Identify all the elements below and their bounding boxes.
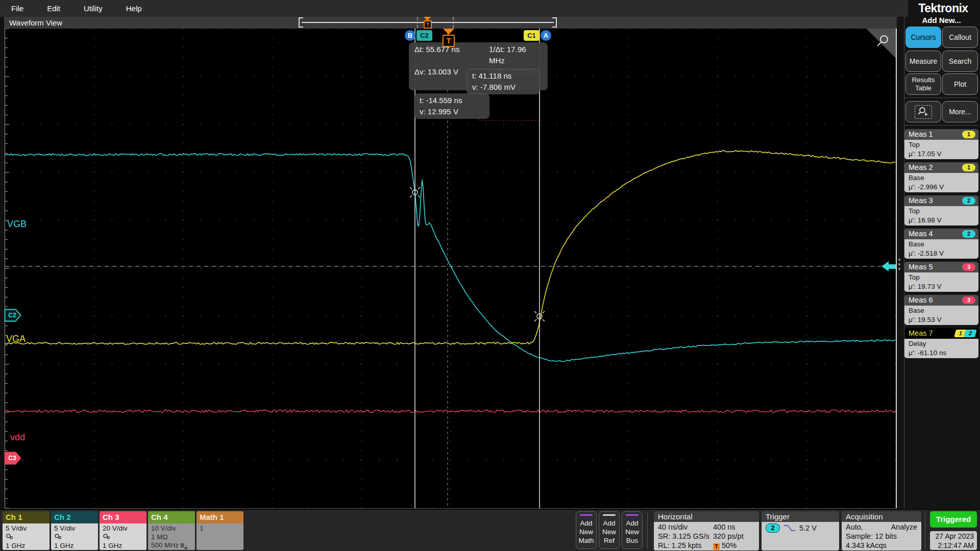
acquisition-title: Acquisition	[842, 511, 921, 522]
label-vga: VGA	[6, 334, 26, 344]
tektronix-logo: Tektronix	[910, 2, 977, 15]
probe-icon	[103, 533, 146, 542]
meas-6-card[interactable]: Meas 6 3 Baseμ': 19.53 V	[904, 295, 978, 325]
add-new-ref-button[interactable]: AddNewRef	[599, 511, 620, 549]
inv-delta-t: 1/Δt: 17.96 MHz	[489, 44, 542, 66]
channel-1-name: Ch 1	[3, 511, 50, 523]
meas-3-source-badge: 2	[962, 197, 975, 205]
channel-3-badge[interactable]: Ch 3 20 V/div 1 GHz	[100, 511, 146, 550]
results-table-button[interactable]: Results Table	[905, 73, 941, 95]
ruler-cursor-b-mark	[417, 17, 418, 28]
label-vdd: vdd	[10, 432, 25, 443]
menu-utility[interactable]: Utility	[84, 0, 103, 17]
trigger-position-handle-icon[interactable]: T	[424, 20, 432, 29]
meas-7-card[interactable]: Meas 7 1 2 Delayμ': -61.10 ns	[904, 328, 978, 358]
trigger-marker-arrow	[443, 29, 454, 35]
trigger-marker-icon: T	[443, 35, 455, 47]
callout-button[interactable]: Callout	[942, 27, 978, 48]
ruler-cursor-a-mark	[453, 17, 454, 28]
cursor-a-source-badge[interactable]: C1	[524, 30, 540, 41]
measure-button[interactable]: Measure	[905, 51, 941, 72]
menu-edit[interactable]: Edit	[47, 0, 60, 17]
sidebar-divider-1	[904, 97, 978, 98]
cursors-button[interactable]: Cursors	[905, 27, 941, 48]
horizontal-title: Horizontal	[654, 511, 759, 522]
plot-button[interactable]: Plot	[942, 73, 978, 95]
more-button[interactable]: More...	[942, 101, 978, 122]
meas-5-card[interactable]: Meas 5 3 Topμ': 19.73 V	[904, 262, 978, 292]
cursor-a-readout: t: 41.118 ns v: -7.806 mV	[467, 69, 540, 94]
meas-2-source-badge: 1	[962, 164, 975, 171]
label-vgb: VGB	[7, 219, 27, 230]
meas-1-body: Topμ': 17.05 V	[904, 140, 978, 159]
trigger-panel[interactable]: Trigger 2 5.2 V	[762, 511, 839, 550]
channel-2-name: Ch 2	[51, 511, 98, 523]
meas-1-header: Meas 1 1	[904, 129, 978, 140]
falling-edge-icon	[783, 524, 796, 532]
c2-marker-label: C2	[6, 309, 18, 321]
bandwidth-limit-icon: BW	[181, 541, 188, 549]
meas-4-header: Meas 4 2	[904, 229, 978, 239]
channel-1-badge[interactable]: Ch 1 5 V/div 1 GHz	[3, 511, 50, 550]
menu-bar: File Edit Utility Help	[0, 0, 908, 17]
meas-4-source-badge: 2	[962, 230, 975, 238]
horizontal-panel[interactable]: Horizontal 40 ns/div400 ns SR: 3.125 GS/…	[654, 511, 759, 550]
cursor-b-badge[interactable]: B	[405, 30, 415, 41]
cursor-a-time: t: 41.118 ns	[472, 70, 534, 82]
splitter-grip[interactable]	[898, 256, 900, 272]
bottom-separator-1	[647, 513, 648, 548]
channel-3-name: Ch 3	[100, 511, 146, 523]
meas-3-body: Topμ': 16.98 V	[904, 206, 978, 226]
meas-4-card[interactable]: Meas 4 2 Baseμ': -2.518 V	[904, 229, 978, 259]
menu-help[interactable]: Help	[126, 0, 142, 17]
meas-7-source-badges: 1 2	[955, 330, 976, 337]
cursor-b-source-badge[interactable]: C2	[416, 30, 432, 41]
trigger-pos-icon: T	[713, 543, 720, 550]
zoom-select-icon	[915, 105, 932, 119]
meas-3-header: Meas 3 2	[904, 195, 978, 206]
channel-2-info: 5 V/div 1 GHz	[51, 523, 98, 550]
add-new-math-button[interactable]: AddNewMath	[576, 511, 597, 549]
bus-accent	[626, 514, 639, 516]
channel-2-badge[interactable]: Ch 2 5 V/div 1 GHz	[51, 511, 98, 550]
math-1-badge[interactable]: Math 1 1	[197, 511, 243, 550]
channel-c2-position-marker[interactable]: C2	[4, 308, 22, 322]
c3-marker-label: C3	[6, 452, 18, 464]
meas-7-header: Meas 7 1 2	[904, 328, 978, 339]
meas-2-body: Baseμ': -2.996 V	[904, 173, 978, 192]
ruler-left-bracket	[299, 17, 303, 28]
channel-4-badge[interactable]: Ch 4 10 V/div 1 MΩ 500 MHz BW	[148, 511, 195, 550]
channel-4-info: 10 V/div 1 MΩ 500 MHz BW	[148, 523, 195, 550]
add-new-bus-button[interactable]: AddNewBus	[622, 511, 643, 549]
cursor-b-time: t: -14.559 ns	[420, 95, 484, 106]
meas-6-header: Meas 6 3	[904, 295, 978, 306]
probe-icon	[6, 533, 50, 542]
channel-c3-position-marker[interactable]: C3	[4, 451, 22, 465]
time: 2:12:47 AM	[930, 541, 974, 550]
search-button[interactable]: Search	[942, 51, 978, 72]
channel-1-info: 5 V/div 1 GHz	[3, 523, 50, 550]
meas-1-source-badge: 1	[962, 131, 975, 138]
add-new-label: Add New...	[904, 16, 978, 24]
trigger-body: 2 5.2 V	[762, 522, 839, 550]
channel-3-info: 20 V/div 1 GHz	[100, 523, 146, 550]
acquisition-panel[interactable]: Acquisition Auto,Analyze Sample: 12 bits…	[842, 511, 921, 550]
horizontal-body: 40 ns/div400 ns SR: 3.125 GS/s320 ps/pt …	[654, 522, 759, 550]
math-accent	[580, 514, 593, 516]
datetime-display: 27 Apr 2023 2:12:47 AM	[930, 531, 977, 550]
ref-accent	[603, 514, 616, 516]
record-view-ruler[interactable]: T	[299, 17, 557, 28]
cursor-b-readout: t: -14.559 ns v: 12.995 V	[414, 94, 489, 118]
meas-6-body: Baseμ': 19.53 V	[904, 306, 978, 325]
cursor-a-volt: v: -7.806 mV	[472, 82, 534, 93]
trigger-marker[interactable]: T	[443, 29, 455, 47]
meas-1-card[interactable]: Meas 1 1 Topμ': 17.05 V	[904, 129, 978, 159]
delta-t: Δt: 55.677 ns	[414, 44, 481, 66]
zoom-select-button[interactable]	[905, 101, 941, 122]
meas-2-card[interactable]: Meas 2 1 Baseμ': -2.996 V	[904, 162, 978, 192]
meas-3-card[interactable]: Meas 3 2 Topμ': 16.98 V	[904, 195, 978, 226]
trigger-level-value: 5.2 V	[799, 523, 817, 533]
cursor-a-badge[interactable]: A	[541, 30, 551, 41]
sidebar-divider-2	[904, 125, 978, 126]
menu-file[interactable]: File	[11, 0, 23, 17]
